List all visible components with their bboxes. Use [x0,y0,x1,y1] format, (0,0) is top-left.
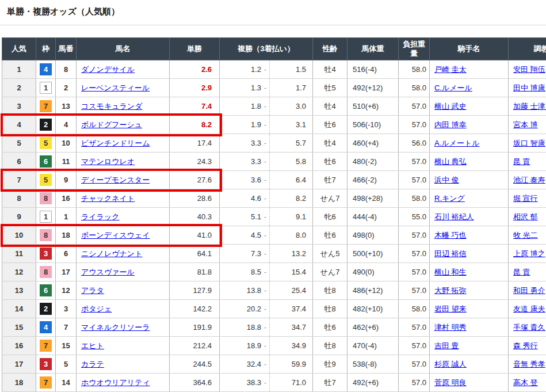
horse-name-link[interactable]: チャックネイト [81,194,135,203]
horse-name-link[interactable]: ライラック [81,212,120,221]
jockey-link[interactable]: 浜中 俊 [434,176,459,184]
jockey-link[interactable]: 菅原 明良 [434,378,467,387]
horse-number-cell: 16 [56,189,77,208]
win-odds-value: 41.0 [197,231,212,239]
jockey-link[interactable]: 横山 典弘 [434,157,467,166]
horse-name-link[interactable]: ホウオウリアリティ [81,378,150,387]
trainer-link[interactable]: 上原 博之 [513,249,545,258]
win-odds-cell: 24.3 [170,153,220,171]
jockey-link[interactable]: 戸崎 圭太 [434,65,467,74]
horse-name-link[interactable]: ダノンデサイル [81,65,135,74]
frame-cell: 6 [36,153,56,171]
rank-cell: 2 [2,79,36,97]
horse-name-link[interactable]: コスモキュランダ [81,102,142,111]
frame-cell: 5 [36,171,56,189]
horse-weight-cell: 462(+6) [348,318,399,337]
table-row: 6611マテンロウレオ24.33.3-5.8牡6480(-2)57.0横山 典弘… [2,153,546,171]
jockey-link[interactable]: R.キング [434,194,465,203]
place-odds-low: 1.8 [220,97,261,115]
header-jockey: 騎手名 [430,38,509,60]
horse-name-link[interactable]: ビザンチンドリーム [81,139,150,147]
frame-cell: 5 [36,134,56,153]
place-odds-separator: - [261,337,270,355]
trainer-link[interactable]: 安田 翔伍 [513,65,545,74]
header-num: 馬番 [56,38,77,60]
place-odds-low: 18.9 [220,337,261,355]
horse-name-link[interactable]: エヒト [81,341,104,350]
trainer-link[interactable]: 昆 貢 [513,157,530,166]
jockey-link[interactable]: 横山 武史 [434,102,467,111]
horse-name-link[interactable]: マイネルクリソーラ [81,323,150,332]
horse-name-link[interactable]: ディープモンスター [81,176,150,184]
trainer-link[interactable]: 昆 貢 [513,268,530,276]
trainer-link[interactable]: 友道 康夫 [513,305,545,313]
trainer-link[interactable]: 手塚 貴久 [513,323,545,332]
place-odds-low: 1.9 [220,116,261,134]
jockey-cell: 横山 武史 [430,97,509,116]
place-odds-low: 18.8 [220,318,261,336]
horse-name-link[interactable]: ボーンディスウェイ [81,231,150,239]
jockey-link[interactable]: 内田 博幸 [434,120,467,129]
trainer-link[interactable]: 宮本 博 [513,120,538,129]
jockey-link[interactable]: 吉田 豊 [434,341,459,350]
place-odds-high: 25.4 [270,281,312,299]
table-row: 911ライラック40.35.1-9.1牝6444(-4)55.0石川 裕紀人相沢… [2,208,546,226]
table-row: 12817アウスヴァール81.88.5-15.4せん7490(0)57.0横山 … [2,263,546,281]
trainer-link[interactable]: 森 秀行 [513,341,538,350]
place-odds-separator: - [261,79,270,97]
jockey-link[interactable]: C.ルメール [434,83,472,92]
sex-age-cell: 牡6 [313,226,348,245]
horse-name-link[interactable]: ポタジェ [81,305,112,313]
trainer-link[interactable]: 加藤 士津八 [513,102,546,111]
place-odds-cell: 3.6-6.4 [220,171,313,189]
rank-cell: 5 [2,134,36,153]
jockey-link[interactable]: A.ルメートル [434,139,480,147]
jockey-link[interactable]: 岩田 望来 [434,305,467,313]
trainer-cell: 加藤 士津八 [509,97,546,116]
place-odds-cell: 18.9-34.9 [220,337,313,355]
trainer-link[interactable]: 坂口 智康 [513,139,545,147]
horse-name-link[interactable]: レーベンスティール [81,83,150,92]
horse-name-link[interactable]: マテンロウレオ [81,157,135,166]
place-odds-high: 1.7 [270,79,312,97]
trainer-link[interactable]: 堀 宣行 [513,194,538,203]
frame-badge: 3 [40,358,52,370]
jockey-link[interactable]: 田辺 裕信 [434,249,467,258]
trainer-link[interactable]: 相沢 郁 [513,212,538,221]
horse-name-link[interactable]: ニシノレヴナント [81,249,142,258]
sex-age-cell: せん7 [313,263,348,281]
jockey-link[interactable]: 津村 明秀 [434,323,467,332]
trainer-link[interactable]: 音無 秀孝 [513,360,545,368]
trainer-link[interactable]: 牧 光二 [513,231,538,239]
jockey-link[interactable]: 木幡 巧也 [434,231,467,239]
header-name: 馬名 [77,38,170,60]
horse-number-cell: 12 [56,281,77,300]
win-odds-value: 64.1 [197,249,212,258]
jockey-link[interactable]: 大野 拓弥 [434,286,467,295]
trainer-link[interactable]: 池江 泰寿 [513,176,545,184]
place-odds: 4.5-8.0 [220,226,312,244]
horse-name-link[interactable]: ボルドグフーシュ [81,120,142,129]
horse-name-link[interactable]: アウスヴァール [81,268,135,276]
place-odds-low: 20.2 [220,300,261,318]
jockey-link[interactable]: 杉原 誠人 [434,360,467,368]
place-odds-low: 8.5 [220,263,261,281]
jockey-cell: 石川 裕紀人 [430,208,509,226]
jockey-link[interactable]: 横山 和生 [434,268,467,276]
jockey-cell: 岩田 望来 [430,300,509,318]
trainer-link[interactable]: 和田 勇介 [513,286,545,295]
horse-name-link[interactable]: カラテ [81,360,104,368]
place-odds-cell: 38.3-71.0 [220,374,313,392]
jockey-link[interactable]: 石川 裕紀人 [434,212,474,221]
win-odds-value: 364.6 [193,378,212,387]
trainer-link[interactable]: 田中 博康 [513,83,545,92]
rank-cell: 14 [2,300,36,318]
load-weight-cell: 58.0 [399,60,430,79]
place-odds-high: 59.9 [270,355,312,373]
horse-name-link[interactable]: アラタ [81,286,104,295]
sex-age-cell: 牡5 [313,79,348,97]
rank-cell: 4 [2,116,36,134]
horse-number-cell: 5 [56,355,77,374]
frame-badge: 6 [40,284,52,296]
trainer-link[interactable]: 高木 登 [513,378,538,387]
